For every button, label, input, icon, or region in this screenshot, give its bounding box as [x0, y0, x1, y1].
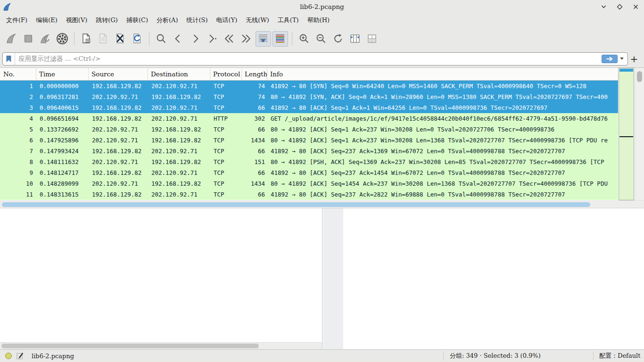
resize-columns-button[interactable]	[347, 31, 363, 47]
status-profile[interactable]: 配置：Default	[594, 352, 644, 360]
cell-source: 202.120.92.71	[89, 93, 148, 100]
zoom-out-button[interactable]	[314, 31, 329, 47]
next-packet-button[interactable]	[188, 31, 203, 47]
close-file-button[interactable]	[113, 31, 128, 47]
packet-list-header: No.TimeSourceDestinationProtocolLengthIn…	[0, 68, 618, 81]
cell-source: 192.168.129.82	[89, 104, 148, 111]
column-header-source[interactable]: Source	[89, 68, 148, 80]
reload-file-button[interactable]	[130, 31, 145, 47]
column-header-length[interactable]: Length	[242, 68, 267, 80]
cell-source: 192.168.129.82	[89, 148, 148, 155]
pane-splitter[interactable]	[323, 208, 343, 349]
close-button[interactable]	[632, 3, 639, 10]
menu-item-3[interactable]: 跳转(G)	[91, 14, 122, 27]
colorize-button[interactable]	[272, 31, 288, 47]
cell-time: 0.000000000	[36, 82, 89, 90]
expert-info-icon[interactable]	[5, 353, 12, 359]
packet-row-8[interactable]: 80.148111632202.120.92.71192.168.129.82T…	[0, 156, 618, 167]
cell-no: 3	[0, 104, 36, 111]
cell-destination: 192.168.129.82	[148, 158, 210, 165]
details-horizontal-scrollbar[interactable]	[0, 342, 322, 349]
cell-info: 41892 → 80 [ACK] Seq=237 Ack=2822 Win=69…	[267, 191, 618, 198]
packet-row-1[interactable]: 10.000000000192.168.129.82202.120.92.71T…	[0, 81, 618, 91]
svg-text:1: 1	[371, 35, 373, 38]
column-header-time[interactable]: Time	[36, 68, 89, 80]
zoom-reset-button[interactable]	[330, 31, 346, 47]
packet-details-pane[interactable]	[0, 208, 322, 349]
capture-comment-icon[interactable]	[16, 352, 24, 360]
cell-destination: 202.120.92.71	[148, 148, 210, 155]
packet-row-10[interactable]: 100.148289099202.120.92.71192.168.129.82…	[0, 178, 618, 189]
maximize-button[interactable]	[616, 3, 623, 10]
cell-protocol: TCP	[210, 137, 242, 144]
menu-item-10[interactable]: 帮助(H)	[303, 14, 334, 27]
save-file-button[interactable]	[96, 31, 111, 47]
menu-item-9[interactable]: 工具(T)	[273, 14, 303, 27]
column-header-protocol[interactable]: Protocol	[210, 68, 242, 80]
packet-list-minimap[interactable]	[619, 68, 634, 200]
auto-scroll-button[interactable]	[256, 31, 271, 47]
packet-row-2[interactable]: 20.096317281202.120.92.71192.168.129.82T…	[0, 91, 618, 102]
column-header-no[interactable]: No.	[0, 68, 36, 80]
last-packet-button[interactable]	[239, 31, 254, 47]
find-packet-button[interactable]	[154, 31, 169, 47]
filter-bookmark-icon[interactable]	[3, 53, 15, 65]
menu-item-6[interactable]: 统计(S)	[182, 14, 212, 27]
column-header-info[interactable]: Info	[267, 68, 618, 80]
filter-bar: 应用显示过滤器 ... <Ctrl-/> +	[0, 50, 644, 68]
go-to-packet-button[interactable]	[205, 31, 220, 47]
capture-options-button[interactable]	[55, 31, 70, 47]
packet-row-6[interactable]: 60.147925896202.120.92.71192.168.129.82T…	[0, 135, 618, 146]
cell-source: 192.168.129.82	[89, 169, 148, 176]
stop-capture-button[interactable]	[21, 31, 36, 47]
menu-item-7[interactable]: 电话(Y)	[212, 14, 242, 27]
column-header-destination[interactable]: Destination	[148, 68, 210, 80]
menu-item-1[interactable]: 编辑(E)	[32, 14, 62, 27]
cell-no: 7	[0, 148, 36, 155]
packet-row-7[interactable]: 70.147993424192.168.129.82202.120.92.71T…	[0, 146, 618, 156]
packet-row-11[interactable]: 110.148313615192.168.129.82202.120.92.71…	[0, 189, 618, 200]
status-file-name: lib6-2.pcapng	[32, 353, 74, 360]
menu-item-2[interactable]: 视图(V)	[62, 14, 92, 27]
packet-list-hscrollbar-thumb[interactable]	[2, 202, 590, 207]
packet-list-horizontal-scrollbar[interactable]	[0, 200, 644, 208]
packet-row-9[interactable]: 90.148124717192.168.129.82202.120.92.71T…	[0, 167, 618, 178]
cell-source: 202.120.92.71	[89, 137, 148, 144]
packet-row-4[interactable]: 40.096651694192.168.129.82202.120.92.71H…	[0, 113, 618, 124]
menu-item-4[interactable]: 捕获(C)	[122, 14, 152, 27]
cell-protocol: TCP	[210, 126, 242, 133]
packet-row-3[interactable]: 30.096400615192.168.129.82202.120.92.71T…	[0, 102, 618, 113]
cell-length: 66	[242, 191, 267, 198]
display-filter-input[interactable]: 应用显示过滤器 ... <Ctrl-/>	[2, 52, 628, 66]
cell-length: 302	[242, 115, 267, 122]
packet-bytes-pane[interactable]	[343, 208, 644, 349]
menu-item-0[interactable]: 文件(F)	[2, 14, 32, 27]
layout-button[interactable]: 1 2 3	[364, 31, 380, 47]
previous-packet-button[interactable]	[171, 31, 186, 47]
open-file-icon	[81, 33, 92, 44]
cell-destination: 202.120.92.71	[148, 104, 210, 111]
apply-filter-button[interactable]	[602, 55, 618, 63]
menu-item-8[interactable]: 无线(W)	[241, 14, 273, 27]
vertical-scrollbar-thumb[interactable]	[637, 71, 642, 82]
open-file-button[interactable]	[79, 31, 94, 47]
first-packet-button[interactable]	[222, 31, 237, 47]
double-chevron-right-icon	[240, 33, 252, 44]
minimize-button[interactable]	[600, 3, 607, 10]
restart-capture-button[interactable]	[38, 31, 53, 47]
packet-row-5[interactable]: 50.133726692202.120.92.71192.168.129.82T…	[0, 124, 618, 135]
cell-protocol: HTTP	[210, 115, 242, 122]
vertical-scrollbar[interactable]	[635, 68, 644, 200]
cell-protocol: TCP	[210, 169, 242, 176]
start-capture-button[interactable]	[4, 31, 19, 47]
svg-text:2: 2	[369, 39, 371, 42]
cell-protocol: TCP	[210, 158, 242, 165]
menu-item-5[interactable]: 分析(A)	[152, 14, 182, 27]
details-hscrollbar-thumb[interactable]	[1, 344, 259, 348]
zoom-in-button[interactable]	[297, 31, 312, 47]
cell-time: 0.147993424	[36, 148, 89, 155]
chevron-left-icon	[173, 33, 184, 44]
cell-length: 66	[242, 126, 267, 133]
add-filter-button[interactable]: +	[628, 53, 640, 65]
filter-dropdown-caret-icon[interactable]	[620, 58, 624, 60]
